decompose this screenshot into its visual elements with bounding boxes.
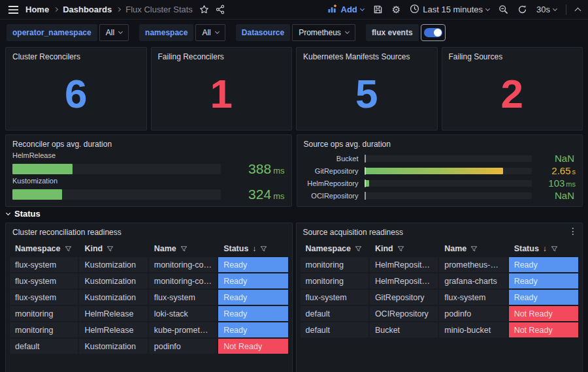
panel-title[interactable]: Reconciler ops avg. duration [6, 135, 291, 151]
filter-icon[interactable] [180, 245, 188, 253]
bar-gauge-row: HelmRepository103ms [304, 178, 576, 189]
column-header[interactable]: Name [149, 241, 218, 257]
status-badge: Not Ready [218, 339, 287, 354]
column-header[interactable]: Kind [79, 241, 148, 257]
bar-label: Kustomization [12, 177, 285, 185]
variable-value: All [202, 28, 210, 37]
table-cell: kube-prometheu... [149, 322, 218, 339]
column-header[interactable]: Namespace [301, 241, 370, 257]
refresh-icon[interactable] [517, 5, 527, 14]
status-badge: Ready [218, 273, 287, 288]
status-badge: Ready [218, 290, 287, 305]
column-header[interactable]: Status↓ [509, 241, 578, 257]
filter-icon[interactable] [65, 245, 72, 253]
breadcrumb: HomeDashboardsFlux Cluster Stats [25, 5, 193, 14]
column-header[interactable]: Namespace [10, 241, 79, 257]
table-cell: podinfo [149, 339, 218, 355]
variable-value-dropdown[interactable]: Prometheus [292, 24, 355, 41]
variable-chip: DatasourcePrometheus [236, 24, 355, 41]
table-cell: Ready [509, 273, 578, 290]
clock-icon [410, 4, 419, 16]
bar-track [365, 193, 532, 199]
filter-icon[interactable] [260, 245, 267, 253]
table: NamespaceKindNameStatus↓monitoringHelmRe… [297, 240, 583, 372]
refresh-interval-picker[interactable]: 30s [536, 5, 557, 14]
table-cell: OCIRepository [370, 306, 439, 322]
stat-value: 6 [6, 64, 146, 130]
breadcrumb-item[interactable]: Home [25, 5, 49, 14]
table-cell: Kustomization [79, 273, 148, 290]
table-cell: flux-system [301, 290, 370, 306]
status-row-label: Status [14, 209, 41, 219]
stat-panel: Failing Sources2 [442, 47, 583, 131]
table-row: monitoringHelmRepositoryprometheus-com..… [301, 257, 579, 273]
table-cell: Not Ready [218, 339, 287, 355]
dashboard-settings-icon[interactable]: ⚙ [392, 5, 400, 14]
variable-value-dropdown[interactable]: All [99, 24, 129, 41]
panel-title[interactable]: Failing Reconcilers [152, 48, 292, 64]
status-row-toggle[interactable]: Status [5, 206, 41, 221]
bar-gauge-row: OCIRepositoryNaN [304, 190, 576, 201]
table-row: monitoringHelmReleasekube-prometheu...Re… [10, 322, 288, 339]
table-cell: HelmRelease [79, 322, 148, 339]
breadcrumb-item[interactable]: Dashboards [63, 5, 112, 14]
table-cell: default [301, 306, 370, 322]
panel-title[interactable]: Source acquisition readiness [297, 223, 583, 240]
sort-desc-icon[interactable]: ↓ [252, 244, 256, 253]
top-nav: HomeDashboardsFlux Cluster Stats Add ⚙ [0, 0, 588, 20]
bar-gauge-panel: Source ops avg. durationBucketNaNGitRepo… [297, 134, 583, 207]
menu-toggle-icon[interactable] [8, 5, 19, 14]
bar-track [365, 180, 532, 187]
breadcrumb-item: Flux Cluster Stats [125, 5, 193, 14]
filter-icon[interactable] [106, 245, 114, 253]
add-button[interactable]: Add [327, 4, 364, 16]
bar-fill [12, 189, 62, 200]
bar-value: 388ms [227, 161, 285, 177]
collapse-topbar-icon[interactable] [576, 6, 580, 13]
time-range-picker[interactable]: Last 15 minutes [410, 4, 489, 16]
table-panel: ⋮Source acquisition readinessNamespaceKi… [296, 223, 583, 372]
column-header[interactable]: Status↓ [218, 241, 287, 257]
flux-events-toggle[interactable] [421, 24, 446, 41]
variable-label[interactable]: namespace [139, 24, 193, 41]
variable-label[interactable]: Datasource [236, 24, 290, 41]
save-dashboard-icon[interactable] [373, 5, 383, 14]
status-badge: Ready [218, 257, 287, 272]
table-panel: Cluster reconciliation readinessNamespac… [5, 223, 293, 372]
variable-chip: namespaceAll [139, 24, 225, 41]
filter-icon[interactable] [551, 245, 558, 253]
star-icon[interactable] [199, 5, 209, 14]
table-cell: podinfo [439, 306, 508, 322]
breadcrumb-separator-icon [54, 8, 57, 11]
column-header[interactable]: Name [439, 241, 508, 257]
bar-label: Bucket [304, 155, 359, 163]
panel-title[interactable]: Kubernetes Manifests Sources [297, 48, 437, 64]
sort-desc-icon[interactable]: ↓ [543, 244, 547, 253]
share-icon[interactable] [216, 5, 225, 14]
panel-title[interactable]: Failing Sources [442, 48, 583, 64]
table-cell: loki-stack [149, 306, 218, 322]
panel-title[interactable]: Cluster reconciliation readiness [6, 223, 292, 240]
status-badge: Ready [509, 290, 578, 305]
filter-icon[interactable] [470, 245, 478, 253]
panel-menu-icon[interactable]: ⋮ [568, 226, 578, 236]
variable-label[interactable]: operator_namespace [7, 24, 97, 41]
bar-value: NaN [538, 153, 576, 164]
status-badge: Not Ready [509, 306, 578, 321]
column-header[interactable]: Kind [370, 241, 439, 257]
table-cell: monitoring [10, 322, 79, 339]
bar-gauge-row: GitRepository2.65s [304, 165, 576, 176]
status-badge: Ready [218, 306, 287, 321]
table-cell: Ready [509, 290, 578, 306]
stats-row: Cluster Reconcilers6Failing Reconcilers1… [5, 47, 583, 131]
panel-title[interactable]: Source ops avg. duration [297, 135, 583, 151]
variable-value-dropdown[interactable]: All [195, 24, 225, 41]
table-cell: monitoring-contr... [149, 257, 218, 273]
filter-icon[interactable] [355, 245, 362, 253]
zoom-out-icon[interactable] [498, 5, 508, 14]
table-cell: GitRepository [370, 290, 439, 306]
variable-value: Prometheus [299, 28, 341, 37]
filter-icon[interactable] [397, 245, 404, 253]
panel-title[interactable]: Cluster Reconcilers [6, 48, 146, 64]
status-badge: Ready [509, 273, 578, 288]
